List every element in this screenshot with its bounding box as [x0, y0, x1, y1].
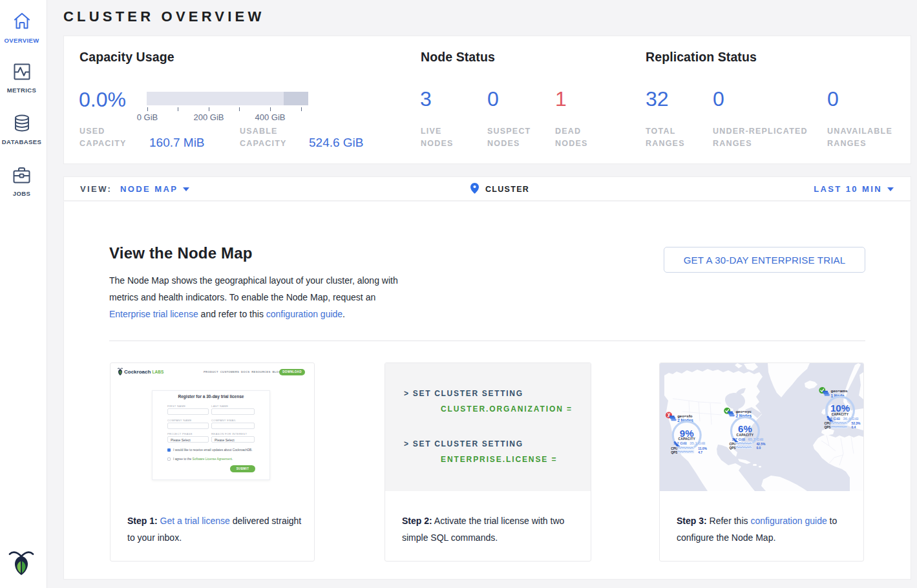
- svg-text:CPU: CPU: [825, 422, 832, 425]
- svg-text:65.7 GiB: 65.7 GiB: [748, 437, 764, 441]
- svg-text:0.4: 0.4: [852, 426, 856, 429]
- svg-text:CPU: CPU: [671, 447, 678, 450]
- svg-text:52.3%: 52.3%: [852, 422, 861, 425]
- svg-text:3.2 GiB: 3.2 GiB: [673, 441, 687, 445]
- svg-text:11.0%: 11.0%: [698, 447, 707, 450]
- svg-text:9%: 9%: [680, 428, 694, 439]
- svg-text:QPS: QPS: [671, 451, 678, 454]
- svg-text:geo=ams: geo=ams: [831, 389, 848, 393]
- svg-text:0.0: 0.0: [756, 446, 761, 450]
- svg-text:10%: 10%: [830, 403, 850, 414]
- svg-text:QPS: QPS: [825, 426, 832, 429]
- svg-text:6%: 6%: [738, 423, 752, 434]
- svg-text:QPS: QPS: [729, 446, 736, 450]
- svg-text:CAPACITY: CAPACITY: [737, 434, 754, 437]
- svg-text:4.7: 4.7: [698, 451, 702, 454]
- svg-text:42.5%: 42.5%: [756, 443, 766, 446]
- svg-text:geo=sfo: geo=sfo: [677, 414, 693, 418]
- svg-text:36.4 GiB: 36.4 GiB: [843, 417, 859, 421]
- svg-text:geo=nyc: geo=nyc: [735, 410, 752, 414]
- svg-text:CPU: CPU: [729, 443, 736, 446]
- svg-text:3.7 GiB: 3.7 GiB: [732, 437, 745, 441]
- svg-text:3.6 GiB: 3.6 GiB: [827, 417, 841, 421]
- svg-text:CAPACITY: CAPACITY: [678, 437, 695, 441]
- svg-text:CAPACITY: CAPACITY: [832, 413, 849, 416]
- svg-text:35.1 GiB: 35.1 GiB: [690, 441, 706, 445]
